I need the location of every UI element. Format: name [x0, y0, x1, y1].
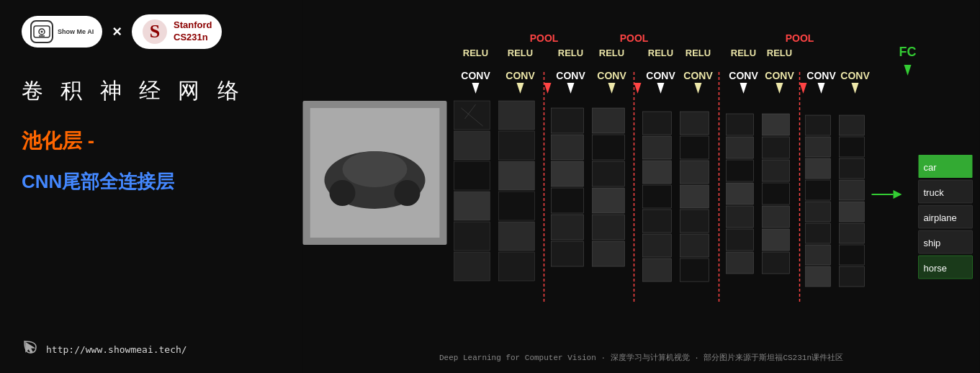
svg-rect-25 [552, 135, 584, 160]
svg-rect-18 [499, 131, 535, 160]
footer-text: Deep Learning for Computer Vision · 深度学习… [439, 353, 843, 362]
showme-logo: Show Me AI [22, 16, 102, 48]
relu-label-6: RELU [685, 48, 711, 58]
class-truck-label: truck [924, 187, 945, 198]
svg-rect-27 [552, 188, 584, 213]
relu-label-2: RELU [508, 48, 533, 58]
showme-text: Show Me AI [58, 28, 94, 36]
subtitle-blue: CNN尾部全连接层 [22, 169, 281, 194]
svg-rect-54 [727, 160, 754, 181]
bottom-row: http://www.showmeai.tech/ [22, 338, 187, 360]
logo-row: Show Me AI × S Stanford CS231n [22, 14, 281, 49]
times-symbol: × [112, 22, 122, 41]
svg-rect-60 [763, 137, 790, 158]
svg-rect-68 [806, 137, 831, 157]
svg-rect-72 [806, 223, 831, 243]
relu-label-7: RELU [731, 48, 756, 58]
svg-rect-38 [643, 136, 672, 159]
class-ship-label: ship [924, 238, 941, 248]
svg-rect-42 [643, 234, 672, 257]
svg-rect-34 [593, 215, 625, 240]
svg-rect-17 [499, 101, 535, 130]
conv-label-10: CONV [840, 70, 870, 81]
svg-rect-73 [806, 245, 831, 265]
svg-rect-21 [499, 222, 535, 251]
svg-rect-26 [552, 161, 584, 186]
feature-col-5 [643, 112, 672, 282]
svg-rect-22 [499, 252, 535, 281]
feature-col-6 [680, 112, 709, 282]
svg-rect-33 [593, 188, 625, 213]
svg-rect-49 [680, 234, 709, 257]
conv-label-9: CONV [806, 70, 836, 81]
page-container: Show Me AI × S Stanford CS231n [0, 0, 980, 373]
showme-label: Show Me AI [58, 28, 94, 36]
svg-rect-19 [499, 161, 535, 190]
svg-rect-80 [840, 223, 865, 243]
right-panel: CONV CONV CONV CONV CONV CONV CONV CONV … [302, 0, 980, 373]
svg-rect-67 [806, 115, 831, 135]
svg-rect-20 [499, 192, 535, 220]
fc-label: FC [899, 45, 917, 59]
showme-icon [30, 20, 53, 43]
svg-rect-64 [763, 229, 790, 251]
stanford-text: Stanford CS231n [174, 19, 212, 44]
svg-rect-37 [643, 112, 672, 135]
pool-label-3: POOL [786, 32, 814, 44]
stanford-line1: Stanford [174, 19, 212, 32]
feature-col-7 [727, 114, 754, 274]
svg-rect-70 [806, 180, 831, 200]
svg-rect-46 [680, 161, 709, 184]
svg-rect-78 [840, 180, 865, 200]
svg-rect-35 [593, 241, 625, 266]
svg-rect-14 [454, 252, 490, 281]
svg-rect-41 [643, 210, 672, 233]
svg-rect-30 [593, 108, 625, 133]
conv-label-1: CONV [461, 70, 490, 81]
relu-label-5: RELU [648, 48, 673, 58]
svg-rect-75 [840, 115, 865, 135]
svg-rect-47 [680, 185, 709, 208]
feature-col-8 [763, 114, 790, 274]
svg-rect-58 [727, 252, 754, 274]
svg-rect-56 [727, 206, 754, 228]
svg-rect-39 [643, 161, 672, 184]
svg-rect-57 [727, 229, 754, 251]
svg-rect-74 [806, 266, 831, 287]
stanford-s-icon: S [142, 19, 168, 45]
svg-rect-63 [763, 206, 790, 228]
class-airplane-label: airplane [924, 212, 957, 223]
svg-rect-52 [727, 114, 754, 135]
svg-rect-48 [680, 210, 709, 233]
page-title: 卷 积 神 经 网 络 [22, 76, 281, 106]
svg-rect-65 [763, 252, 790, 274]
left-panel: Show Me AI × S Stanford CS231n [0, 0, 302, 373]
svg-rect-76 [840, 137, 865, 157]
svg-rect-9 [454, 101, 490, 130]
svg-rect-29 [552, 241, 584, 266]
pool-label-2: POOL [620, 32, 649, 44]
svg-rect-55 [727, 183, 754, 205]
svg-rect-40 [643, 185, 672, 208]
svg-rect-31 [593, 135, 625, 160]
svg-rect-10 [454, 131, 490, 160]
conv-label-2: CONV [505, 70, 535, 81]
svg-rect-61 [763, 160, 790, 181]
svg-rect-71 [806, 202, 831, 222]
relu-label-1: RELU [463, 48, 488, 58]
conv-label-5: CONV [646, 70, 675, 81]
subtitle-orange: 池化层 - [22, 127, 281, 155]
website-url: http://www.showmeai.tech/ [46, 344, 187, 355]
svg-rect-24 [552, 108, 584, 133]
conv-label-4: CONV [597, 70, 626, 81]
svg-rect-13 [454, 222, 490, 251]
svg-rect-44 [680, 112, 709, 135]
class-car-label: car [924, 162, 938, 173]
svg-rect-69 [806, 158, 831, 179]
svg-rect-45 [680, 136, 709, 159]
svg-rect-82 [840, 266, 865, 287]
stanford-logo: S Stanford CS231n [132, 14, 222, 49]
svg-rect-12 [454, 192, 490, 220]
conv-label-3: CONV [556, 70, 585, 81]
stanford-line2: CS231n [174, 32, 212, 44]
